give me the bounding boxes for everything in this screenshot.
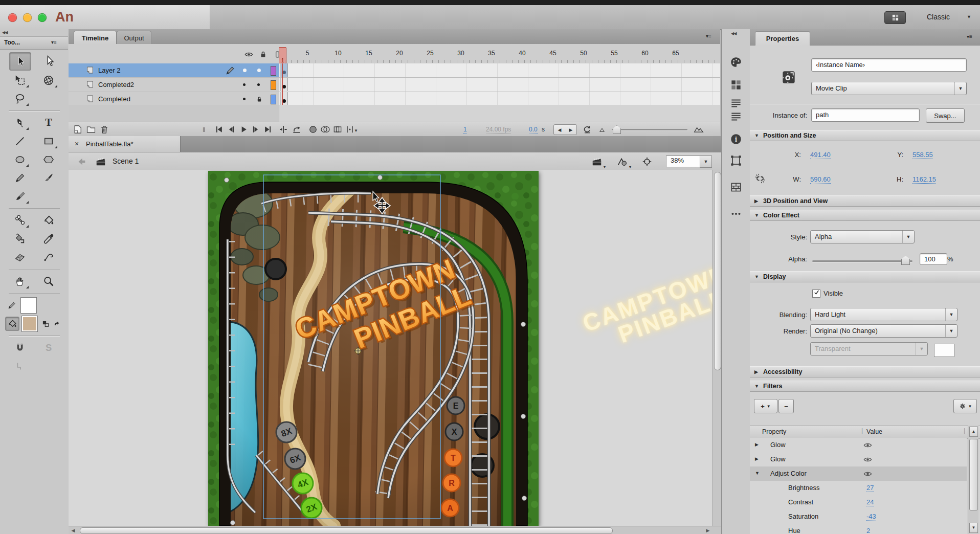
filter-param-row-contrast[interactable]: Contrast 24 (750, 495, 967, 510)
alpha-slider-track[interactable] (812, 260, 912, 262)
go-to-first-frame-button[interactable] (214, 124, 224, 135)
timeline-zoom-slider-thumb[interactable] (613, 125, 621, 134)
alpha-slider-thumb[interactable] (901, 256, 910, 265)
timeline-panel-menu-button[interactable]: ▾≡ (706, 33, 711, 39)
layer-visibility-dot[interactable] (243, 98, 246, 100)
scroll-up-arrow-icon[interactable]: ▲ (969, 427, 978, 437)
selection-tool-button[interactable] (9, 52, 31, 71)
layer-outline-color-swatch[interactable] (271, 66, 276, 76)
layer-row-completed2[interactable]: Completed2 (69, 78, 720, 92)
elapsed-time-value[interactable]: 0.0 (529, 126, 538, 134)
layer-outline-color-swatch[interactable] (271, 95, 276, 104)
zoom-in-timeline-icon[interactable] (694, 124, 704, 135)
scroll-left-arrow-icon[interactable]: ◀ (70, 527, 77, 533)
remove-filter-button[interactable]: − (778, 399, 794, 413)
code-snippets-panel-icon[interactable] (729, 110, 743, 123)
filter-param-row-hue[interactable]: Hue 2 (750, 524, 967, 534)
minimize-window-button[interactable] (23, 13, 32, 22)
black-white-colors-icon[interactable] (42, 320, 50, 328)
filter-row-glow-1[interactable]: ▶ Glow (750, 438, 967, 453)
delete-layer-button[interactable] (99, 124, 109, 135)
layer-frames-track[interactable] (279, 78, 720, 92)
color-effect-style-dropdown[interactable]: Alpha▼ (810, 230, 915, 243)
lasso-tool-button[interactable] (9, 90, 30, 107)
reset-timeline-zoom-button[interactable] (582, 124, 592, 135)
layer-row-layer2[interactable]: Layer 2 (69, 63, 720, 78)
tools-panel-menu-button[interactable]: ▾≡ (51, 39, 57, 45)
layer-visibility-dot[interactable] (243, 69, 247, 72)
section-position-and-size[interactable]: ▼Position and Size (750, 130, 980, 141)
more-panels-icon[interactable] (729, 207, 743, 220)
align-panel-icon[interactable] (729, 97, 743, 110)
modify-markers-button[interactable] (345, 124, 355, 135)
oval-tool-button[interactable] (9, 151, 30, 168)
layer-frames-track[interactable] (279, 92, 720, 106)
center-frame-button[interactable] (641, 156, 653, 167)
layer-name[interactable]: Completed (98, 95, 130, 103)
brightness-value[interactable]: 27 (866, 484, 874, 492)
snap-to-objects-toggle[interactable] (9, 339, 30, 357)
vertical-scrollbar-thumb[interactable] (714, 172, 721, 370)
layer-locked-icon[interactable] (256, 96, 263, 103)
layer-lock-dot[interactable] (257, 83, 260, 86)
workspace-dropdown-arrow-icon[interactable]: ▼ (967, 14, 971, 19)
transform-panel-icon[interactable] (729, 154, 743, 167)
color-panel-icon[interactable] (729, 56, 743, 69)
edit-multiple-frames-button[interactable] (332, 124, 343, 135)
new-layer-button[interactable] (73, 124, 83, 135)
brush-tool-button[interactable] (9, 188, 30, 205)
layer-outline-color-swatch[interactable] (271, 80, 276, 90)
filter-row-glow-2[interactable]: ▶ Glow (750, 452, 967, 467)
tab-output[interactable]: Output (117, 31, 151, 44)
filters-scrollbar-thumb[interactable] (969, 439, 978, 510)
paint-bucket-tool-button[interactable] (38, 212, 59, 229)
scene-breadcrumb[interactable]: Scene 1 (113, 157, 139, 165)
free-transform-tool-button[interactable] (9, 72, 30, 89)
fill-color-swatch[interactable] (21, 316, 38, 332)
canvas-vertical-scrollbar[interactable] (712, 170, 722, 526)
pasteboard[interactable]: CAMPTOWN PINBALL CAMPTOWN PINBALL 8X 6X … (69, 170, 712, 526)
back-arrow-icon[interactable] (76, 156, 87, 167)
edit-symbols-button[interactable] (617, 156, 628, 167)
w-value[interactable]: 590.60 (810, 175, 831, 184)
step-back-button[interactable] (226, 124, 236, 135)
contrast-value[interactable]: 24 (866, 498, 874, 506)
timeline-zoom-slider-track[interactable] (612, 129, 687, 130)
play-button[interactable] (238, 124, 249, 135)
symbol-type-dropdown[interactable]: Movie Clip▼ (811, 82, 967, 95)
section-color-effect[interactable]: ▼Color Effect (750, 210, 980, 221)
swatches-panel-icon[interactable] (729, 78, 743, 92)
section-accessibility[interactable]: ▶Accessibility (750, 366, 980, 377)
horizontal-scrollbar-thumb[interactable] (80, 527, 613, 534)
stage[interactable]: CAMPTOWN PINBALL CAMPTOWN PINBALL 8X 6X … (208, 171, 539, 526)
lock-all-layers-icon[interactable] (259, 50, 268, 59)
lock-aspect-ratio-broken-link-icon[interactable] (754, 172, 766, 185)
edit-symbols-arrow-icon[interactable]: ▾ (629, 165, 631, 169)
swap-button[interactable]: Swap... (926, 108, 965, 123)
section-3d-position-and-view[interactable]: ▶3D Position and View (750, 195, 980, 207)
info-panel-icon[interactable]: i (729, 132, 743, 146)
stage-zoom-dropdown-button[interactable]: ▼ (700, 155, 712, 168)
hue-value[interactable]: 2 (866, 527, 870, 534)
workspace-name-button[interactable]: Classic (927, 13, 950, 21)
modify-markers-arrow-icon[interactable]: ▼ (354, 128, 358, 133)
section-display[interactable]: ▼Display (750, 271, 980, 282)
playhead-line[interactable] (282, 63, 283, 105)
ink-bottle-tool-button[interactable] (9, 230, 30, 248)
zoom-out-timeline-icon[interactable] (598, 126, 607, 134)
line-tool-button[interactable] (9, 132, 30, 150)
filter-param-row-brightness[interactable]: Brightness 27 (750, 481, 967, 496)
layer-row-completed[interactable]: Completed (69, 92, 720, 106)
saturation-value[interactable]: -43 (866, 513, 876, 521)
new-folder-button[interactable] (86, 124, 96, 135)
straighten-option-button[interactable] (9, 358, 30, 375)
show-hide-all-layers-icon[interactable] (244, 50, 253, 59)
3d-rotation-tool-button[interactable] (38, 72, 59, 89)
current-frame-value[interactable]: 1 (463, 126, 467, 134)
hand-tool-button[interactable] (9, 273, 30, 290)
instance-of-field[interactable]: path (811, 108, 920, 122)
smooth-option-button[interactable]: S (38, 339, 59, 357)
library-panel-icon[interactable] (729, 181, 743, 194)
eyedropper-tool-button[interactable] (38, 230, 59, 248)
workspace-switcher-button[interactable] (884, 11, 906, 24)
